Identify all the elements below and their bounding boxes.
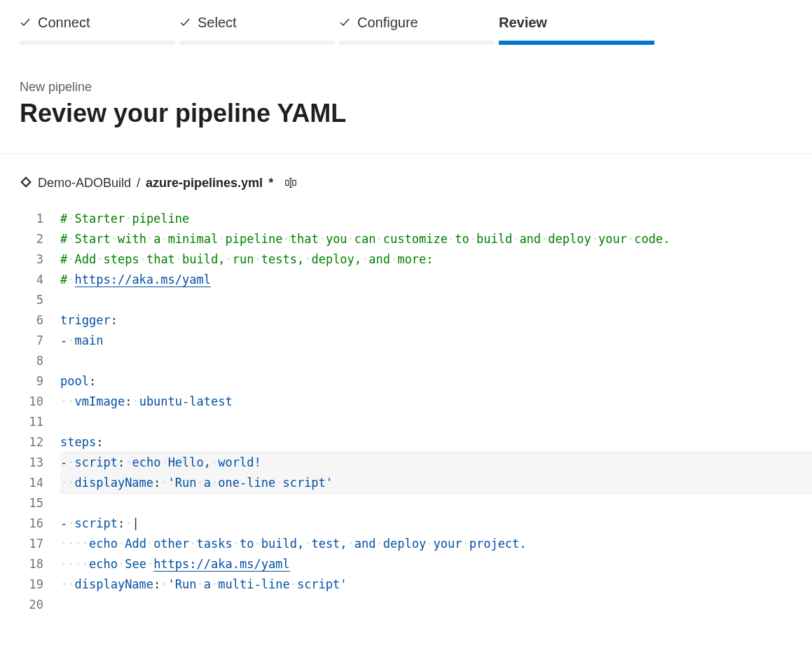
editor-line[interactable]: 12steps: — [20, 432, 812, 453]
line-number: 12 — [20, 432, 60, 453]
editor-line[interactable]: 2#·Start·with·a·minimal·pipeline·that·yo… — [20, 229, 812, 249]
line-number: 15 — [20, 493, 60, 513]
editor-line[interactable]: 1#·Starter·pipeline — [20, 209, 812, 229]
line-code[interactable]: ··vmImage:·ubuntu-latest — [60, 392, 812, 412]
step-label: Configure — [357, 15, 418, 31]
editor-line[interactable]: 16-·script:·| — [20, 513, 812, 534]
line-code[interactable]: #·Start·with·a·minimal·pipeline·that·you… — [60, 229, 812, 249]
line-code[interactable] — [60, 351, 812, 371]
line-code[interactable]: #·https://aka.ms/yaml — [60, 270, 812, 290]
breadcrumb-separator: / — [137, 176, 140, 191]
step-select[interactable]: Select — [179, 13, 335, 45]
line-number: 10 — [20, 392, 60, 412]
line-code[interactable]: -·script:·| — [60, 513, 812, 534]
line-number: 17 — [20, 534, 60, 554]
step-progress-bar — [499, 41, 654, 45]
svg-rect-0 — [286, 180, 289, 185]
line-number: 20 — [20, 595, 60, 615]
editor-line[interactable]: 3#·Add·steps·that·build,·run·tests,·depl… — [20, 249, 812, 270]
line-number: 4 — [20, 270, 60, 290]
editor-line[interactable]: 13-·script:·echo·Hello,·world! — [20, 453, 812, 473]
line-code[interactable]: ····echo·Add·other·tasks·to·build,·test,… — [60, 534, 812, 554]
line-code[interactable]: trigger: — [60, 310, 812, 331]
wizard-steps: Connect Select Configure Review — [0, 0, 812, 45]
editor-line[interactable]: 9pool: — [20, 371, 812, 392]
line-code[interactable]: ··displayName:·'Run·a·one-line·script' — [60, 473, 812, 494]
line-number: 5 — [20, 290, 60, 310]
file-name: azure-pipelines.yml — [146, 176, 263, 191]
line-code[interactable] — [60, 595, 812, 615]
line-number: 3 — [20, 249, 60, 270]
step-progress-bar — [179, 41, 335, 45]
line-number: 9 — [20, 371, 60, 392]
line-number: 16 — [20, 513, 60, 534]
editor-line[interactable]: 19··displayName:·'Run·a·multi-line·scrip… — [20, 574, 812, 595]
check-icon — [20, 17, 31, 28]
line-number: 11 — [20, 412, 60, 432]
line-code[interactable]: ··displayName:·'Run·a·multi-line·script' — [60, 574, 812, 595]
check-icon — [339, 17, 350, 28]
page-header: New pipeline Review your pipeline YAML — [0, 45, 812, 154]
line-number: 14 — [20, 473, 60, 493]
page-title: Review your pipeline YAML — [20, 99, 792, 128]
rename-icon — [284, 177, 297, 189]
line-number: 2 — [20, 229, 60, 249]
editor-line[interactable]: 20 — [20, 595, 812, 615]
yaml-editor[interactable]: 1#·Starter·pipeline2#·Start·with·a·minim… — [0, 209, 812, 643]
repo-name[interactable]: Demo-ADOBuild — [38, 176, 131, 191]
line-code[interactable]: #·Add·steps·that·build,·run·tests,·deplo… — [60, 249, 812, 270]
line-number: 18 — [20, 554, 60, 574]
line-code[interactable]: -·script:·echo·Hello,·world! — [60, 452, 812, 474]
step-connect[interactable]: Connect — [20, 13, 175, 45]
line-code[interactable]: -·main — [60, 331, 812, 351]
editor-line[interactable]: 15 — [20, 493, 812, 513]
repo-icon — [20, 177, 32, 189]
step-configure[interactable]: Configure — [339, 13, 495, 45]
line-code[interactable]: pool: — [60, 371, 812, 392]
line-number: 1 — [20, 209, 60, 229]
editor-line[interactable]: 14··displayName:·'Run·a·one-line·script' — [20, 473, 812, 493]
step-review[interactable]: Review — [499, 13, 654, 45]
line-code[interactable]: ····echo·See·https://aka.ms/yaml — [60, 554, 812, 574]
editor-line[interactable]: 4#·https://aka.ms/yaml — [20, 270, 812, 290]
line-code[interactable] — [60, 290, 812, 310]
check-icon — [179, 17, 191, 28]
line-number: 7 — [20, 331, 60, 351]
rename-file-button[interactable] — [282, 174, 300, 192]
line-code[interactable]: steps: — [60, 432, 812, 453]
line-number: 13 — [20, 453, 60, 473]
line-number: 19 — [20, 574, 60, 595]
dirty-indicator: * — [268, 176, 273, 191]
step-progress-bar — [20, 41, 175, 45]
step-label: Connect — [38, 15, 90, 31]
line-number: 6 — [20, 310, 60, 331]
step-label: Review — [499, 15, 547, 31]
editor-line[interactable]: 8 — [20, 351, 812, 371]
editor-line[interactable]: 6trigger: — [20, 310, 812, 331]
line-code[interactable] — [60, 412, 812, 432]
editor-line[interactable]: 11 — [20, 412, 812, 432]
editor-line[interactable]: 5 — [20, 290, 812, 310]
svg-rect-1 — [293, 180, 296, 185]
line-code[interactable]: #·Starter·pipeline — [60, 209, 812, 229]
line-number: 8 — [20, 351, 60, 371]
editor-line[interactable]: 17····echo·Add·other·tasks·to·build,·tes… — [20, 534, 812, 554]
page-subtitle: New pipeline — [20, 80, 792, 95]
line-code[interactable] — [60, 493, 812, 513]
step-label: Select — [198, 15, 237, 31]
editor-line[interactable]: 18····echo·See·https://aka.ms/yaml — [20, 554, 812, 574]
step-progress-bar — [339, 41, 495, 45]
file-breadcrumb: Demo-ADOBuild / azure-pipelines.yml * — [0, 154, 812, 209]
editor-line[interactable]: 10··vmImage:·ubuntu-latest — [20, 392, 812, 412]
editor-line[interactable]: 7-·main — [20, 331, 812, 351]
